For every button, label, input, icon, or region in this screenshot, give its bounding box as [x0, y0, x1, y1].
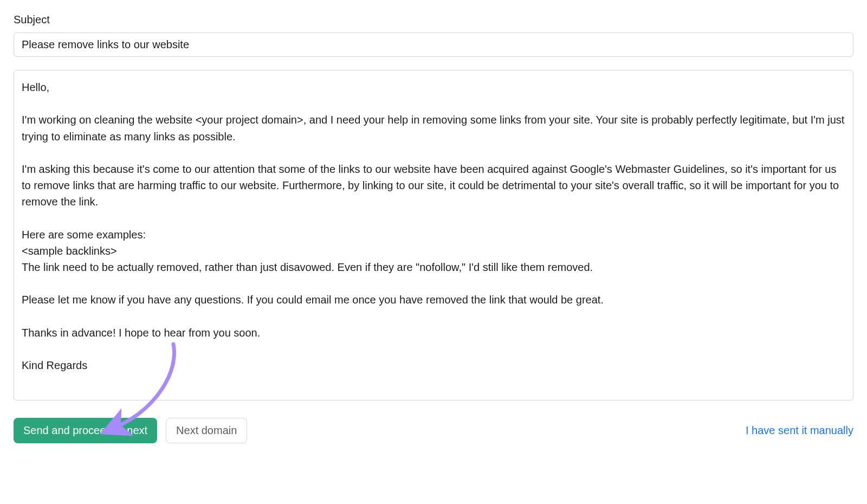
subject-label: Subject — [14, 14, 853, 26]
action-row: Send and proceed to next Next domain I h… — [14, 418, 853, 443]
message-textarea[interactable] — [14, 70, 853, 400]
email-form: Subject Send and proceed to next Next do… — [14, 14, 853, 443]
sent-manually-link[interactable]: I have sent it manually — [746, 424, 853, 437]
next-domain-button[interactable]: Next domain — [166, 418, 247, 443]
send-and-proceed-button[interactable]: Send and proceed to next — [14, 418, 157, 443]
subject-input[interactable] — [14, 33, 853, 57]
